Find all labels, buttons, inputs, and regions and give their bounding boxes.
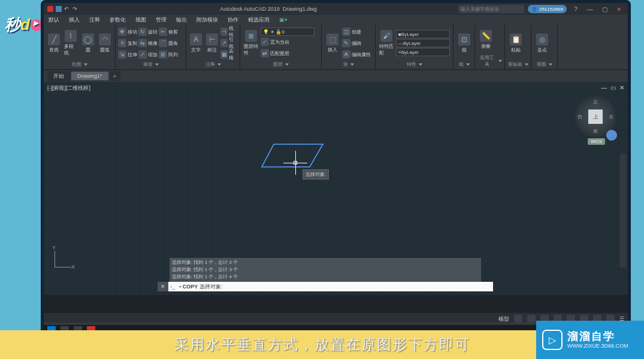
color-dropdown[interactable]: ■ ByLayer	[396, 30, 450, 38]
viewcube-compass-icon[interactable]	[606, 130, 617, 141]
menu-more-icon[interactable]: ▣▾	[274, 17, 292, 23]
restore-viewport-icon[interactable]: ▭	[610, 84, 616, 91]
edit-block-button[interactable]: ✎编辑	[342, 38, 371, 48]
save-icon[interactable]	[56, 6, 62, 12]
subtitle-text: 采用水平垂直方式，放置在原图形下方即可	[174, 335, 470, 354]
cmdline-chevron-icon[interactable]: ›_	[168, 284, 177, 290]
svg-marker-0	[262, 144, 323, 167]
linetype-dropdown[interactable]: — ByLayer	[396, 39, 450, 47]
grid-toggle[interactable]	[514, 315, 522, 323]
window-title: Autodesk AutoCAD 2019 Drawing1.dwg	[78, 6, 458, 12]
viewport-label[interactable]: [-][俯视][二维线框]	[47, 84, 90, 92]
snap-toggle[interactable]	[527, 315, 536, 323]
create-block-button[interactable]: ◫创建	[342, 26, 371, 37]
brand-url: WWW.ZIXUE.3D66.COM	[567, 343, 628, 349]
panel-modify: ✥移动 ⎘复制 ⇲拉伸 ↻旋转 ⇋镜像 ⤢缩放 ✂修剪 ⌒圆角 ⊞阵列 修改	[116, 25, 186, 69]
viewcube-top[interactable]: 上	[588, 109, 603, 124]
mirror-button[interactable]: ⇋镜像	[138, 38, 158, 48]
selected-shape[interactable]	[259, 142, 325, 169]
panel-annotation: A文字 ⊢标注 ⊣线性 ↗引线 ▦表格 注释	[186, 25, 240, 69]
copy-button[interactable]: ⎘复制	[118, 38, 137, 48]
model-status[interactable]: 模型	[498, 315, 509, 323]
text-button[interactable]: A文字	[189, 32, 204, 54]
dim-button[interactable]: ⊢标注	[205, 32, 220, 54]
layer-props-button[interactable]: ≣图层特性	[243, 29, 259, 57]
move-button[interactable]: ✥移动	[118, 26, 137, 37]
brand-overlay: ▷ 溜溜自学 WWW.ZIXUE.3D66.COM	[536, 321, 644, 359]
arc-button[interactable]: ◠圆弧	[97, 32, 113, 54]
array-button[interactable]: ⊞阵列	[159, 49, 178, 60]
cmdline-handle-icon[interactable]: ✕	[158, 282, 168, 291]
menu-insert[interactable]: 插入	[64, 16, 84, 24]
navigation-bar[interactable]	[619, 154, 627, 267]
insert-block-button[interactable]: ⬚插入	[324, 32, 341, 54]
undo-icon[interactable]: ↶	[64, 6, 70, 12]
menu-output[interactable]: 输出	[171, 16, 192, 24]
polyline-button[interactable]: ⌇多段线	[63, 29, 78, 57]
panel-draw: ╱直线 ⌇多段线 ◯圆 ◠圆弧 绘图	[44, 25, 116, 69]
menu-view[interactable]: 视图	[131, 16, 151, 24]
menu-bar: 默认 插入 注释 参数化 视图 管理 输出 附加模块 协作 精选应用 ▣▾	[44, 15, 628, 25]
brand-name: 溜溜自学	[567, 330, 628, 343]
match-props-button[interactable]: 🖌特性匹配	[378, 29, 395, 57]
fillet-button[interactable]: ⌒圆角	[159, 38, 178, 48]
line-button[interactable]: ╱直线	[46, 32, 62, 54]
edit-attr-button[interactable]: ₳编辑属性	[342, 49, 371, 60]
start-tab[interactable]: 开始	[47, 71, 70, 81]
panel-layers: ≣图层特性 💡 ☀ 🔓 0 ✓置为当前 ⇄匹配图层 图层	[240, 25, 322, 69]
layer-dropdown[interactable]: 💡 ☀ 🔓 0	[261, 28, 315, 36]
search-input[interactable]: 输入关键字或短语	[458, 5, 524, 13]
ucs-icon: YX	[50, 248, 74, 272]
wcs-badge[interactable]: WCS	[588, 138, 605, 145]
linear-button[interactable]: ⊣线性	[220, 26, 237, 37]
drawing-canvas[interactable]: [-][俯视][二维线框] — ▭ ✕ 北 南 东 西 上 WCS 选择对象: …	[44, 82, 628, 295]
drawing-tab[interactable]: Drawing1*	[71, 72, 108, 80]
group-button[interactable]: ⊡组	[456, 32, 472, 54]
menu-featured[interactable]: 精选应用	[243, 16, 274, 24]
menu-parametric[interactable]: 参数化	[105, 16, 131, 24]
document-tabstrip: 开始 Drawing1* +	[44, 70, 628, 82]
panel-view: ◎基点 视图	[531, 25, 558, 69]
user-badge[interactable]: 👤251152669	[528, 5, 567, 13]
menu-addins[interactable]: 附加模块	[192, 16, 223, 24]
leader-button[interactable]: ↗引线	[220, 38, 237, 48]
match-layer-button[interactable]: ⇄匹配图层	[261, 48, 315, 59]
panel-block: ⬚插入 ◫创建 ✎编辑 ₳编辑属性 块	[322, 25, 376, 69]
measure-button[interactable]: 📏测量	[477, 29, 494, 51]
trim-button[interactable]: ✂修剪	[159, 26, 178, 37]
minimize-viewport-icon[interactable]: —	[601, 84, 607, 91]
panel-props: 🖌特性匹配 ■ ByLayer — ByLayer ≡ ByLayer 特性	[376, 25, 453, 69]
maximize-button[interactable]: ▢	[599, 4, 610, 14]
title-bar: ↶ ↷ Autodesk AutoCAD 2019 Drawing1.dwg 输…	[44, 3, 628, 15]
add-tab-button[interactable]: +	[110, 71, 120, 81]
menu-annotate[interactable]: 注释	[84, 16, 105, 24]
circle-button[interactable]: ◯圆	[80, 32, 96, 54]
rotate-button[interactable]: ↻旋转	[138, 26, 158, 37]
help-icon[interactable]: ?	[570, 4, 581, 14]
panel-util: 📏测量 实用工具	[475, 25, 505, 69]
lineweight-dropdown[interactable]: ≡ ByLayer	[396, 48, 450, 56]
command-tooltip: 选择对象:	[303, 169, 329, 180]
table-button[interactable]: ▦表格	[220, 49, 237, 60]
stretch-button[interactable]: ⇲拉伸	[118, 49, 137, 60]
view-cube[interactable]: 北 南 东 西 上	[575, 96, 616, 137]
menu-collab[interactable]: 协作	[223, 16, 243, 24]
ribbon: ╱直线 ⌇多段线 ◯圆 ◠圆弧 绘图 ✥移动 ⎘复制 ⇲拉伸 ↻旋转 ⇋镜像 ⤢…	[44, 25, 628, 70]
close-viewport-icon[interactable]: ✕	[619, 84, 624, 91]
command-line[interactable]: ✕ ›_ ▪ COPY 选择对象:	[158, 282, 493, 291]
redo-icon[interactable]: ↷	[72, 6, 78, 12]
command-history: 选择对象: 找到 1 个，总计 2 个 选择对象: 找到 1 个，总计 3 个 …	[170, 258, 481, 282]
panel-clipboard: 📋粘贴 剪贴板	[505, 25, 531, 69]
brand-play-icon: ▷	[542, 330, 563, 350]
menu-manage[interactable]: 管理	[151, 16, 171, 24]
set-current-button[interactable]: ✓置为当前	[261, 36, 315, 47]
panel-group: ⊡组 组	[453, 25, 475, 69]
app-window: ↶ ↷ Autodesk AutoCAD 2019 Drawing1.dwg 输…	[41, 0, 631, 337]
basepoint-button[interactable]: ◎基点	[534, 32, 551, 54]
scale-button[interactable]: ⤢缩放	[138, 49, 158, 60]
app-icon	[47, 6, 53, 12]
close-button[interactable]: ✕	[613, 4, 624, 14]
menu-default[interactable]: 默认	[44, 16, 64, 24]
minimize-button[interactable]: —	[585, 4, 595, 14]
paste-button[interactable]: 📋粘贴	[507, 32, 524, 54]
